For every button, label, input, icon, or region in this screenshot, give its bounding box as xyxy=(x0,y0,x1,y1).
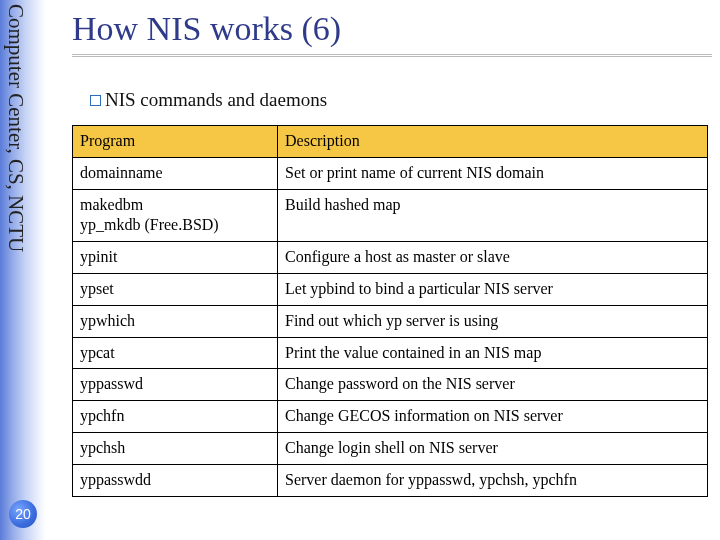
cell-program: ypchfn xyxy=(73,401,278,433)
cell-program: ypset xyxy=(73,273,278,305)
cell-program: ypinit xyxy=(73,242,278,274)
cell-program: domainname xyxy=(73,157,278,189)
table-row: yppasswd Change password on the NIS serv… xyxy=(73,369,708,401)
sidebar-gradient: Computer Center, CS, NCTU 20 xyxy=(0,0,46,540)
cell-program: yppasswdd xyxy=(73,464,278,496)
table-row: ypset Let ypbind to bind a particular NI… xyxy=(73,273,708,305)
th-program: Program xyxy=(73,126,278,158)
cell-description: Change GECOS information on NIS server xyxy=(278,401,708,433)
cell-program: makedbm yp_mkdb (Free.BSD) xyxy=(73,189,278,242)
table-row: ypinit Configure a host as master or sla… xyxy=(73,242,708,274)
cell-description: Change password on the NIS server xyxy=(278,369,708,401)
cell-program: yppasswd xyxy=(73,369,278,401)
table-row: yppasswdd Server daemon for yppasswd, yp… xyxy=(73,464,708,496)
cell-description: Print the value contained in an NIS map xyxy=(278,337,708,369)
sidebar-org-text: Computer Center, CS, NCTU xyxy=(3,4,28,252)
cell-program: ypchsh xyxy=(73,432,278,464)
subheading-text: NIS commands and daemons xyxy=(105,89,327,110)
cell-description: Configure a host as master or slave xyxy=(278,242,708,274)
table-row: domainname Set or print name of current … xyxy=(73,157,708,189)
section-subheading: NIS commands and daemons xyxy=(90,89,710,111)
cell-program: ypcat xyxy=(73,337,278,369)
title-divider xyxy=(72,54,712,57)
th-description: Description xyxy=(278,126,708,158)
table-row: ypchfn Change GECOS information on NIS s… xyxy=(73,401,708,433)
slide-content: How NIS works (6) NIS commands and daemo… xyxy=(72,10,710,497)
cell-description: Change login shell on NIS server xyxy=(278,432,708,464)
table-row: ypcat Print the value contained in an NI… xyxy=(73,337,708,369)
nis-commands-table: Program Description domainname Set or pr… xyxy=(72,125,708,497)
cell-program: ypwhich xyxy=(73,305,278,337)
cell-description: Build hashed map xyxy=(278,189,708,242)
page-number-badge: 20 xyxy=(9,500,37,528)
cell-description: Server daemon for yppasswd, ypchsh, ypch… xyxy=(278,464,708,496)
slide-title: How NIS works (6) xyxy=(72,10,710,48)
cell-description: Let ypbind to bind a particular NIS serv… xyxy=(278,273,708,305)
bullet-square-icon xyxy=(90,95,101,106)
table-row: ypwhich Find out which yp server is usin… xyxy=(73,305,708,337)
table-header-row: Program Description xyxy=(73,126,708,158)
cell-description: Find out which yp server is using xyxy=(278,305,708,337)
table-row: ypchsh Change login shell on NIS server xyxy=(73,432,708,464)
table-row: makedbm yp_mkdb (Free.BSD) Build hashed … xyxy=(73,189,708,242)
cell-description: Set or print name of current NIS domain xyxy=(278,157,708,189)
